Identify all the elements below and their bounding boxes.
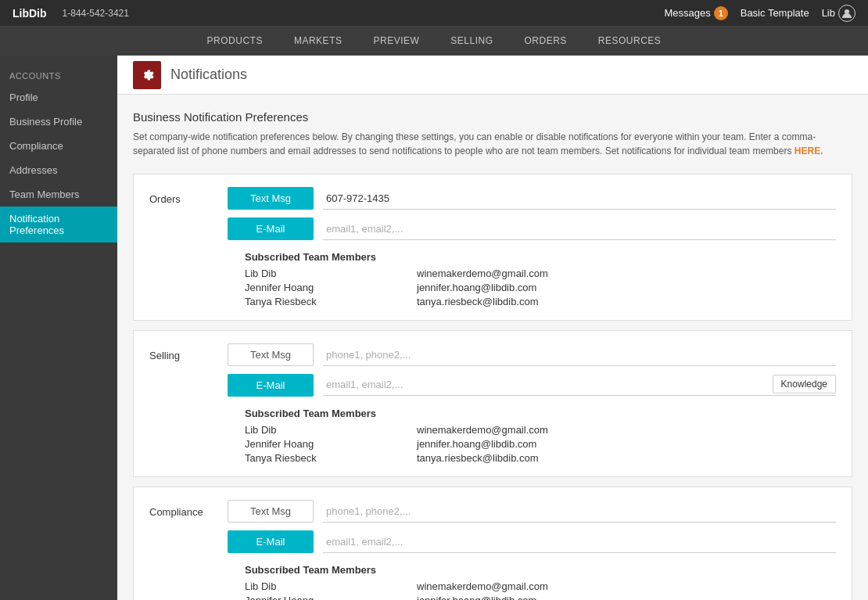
selling-subscribed: Subscribed Team Members Lib Dib winemake… bbox=[245, 408, 836, 464]
messages-badge[interactable]: Messages 1 bbox=[664, 6, 727, 20]
nav-products[interactable]: PRODUCTS bbox=[204, 35, 266, 46]
sidebar-item-addresses[interactable]: Addresses bbox=[0, 158, 117, 182]
compliance-phone-input[interactable] bbox=[323, 501, 836, 523]
content-area: Business Notification Preferences Set co… bbox=[117, 95, 868, 600]
compliance-member-2-email: jennifer.hoang@libdib.com bbox=[417, 595, 836, 600]
selling-phone-input[interactable] bbox=[323, 344, 836, 366]
section-desc: Set company-wide notification preference… bbox=[133, 130, 852, 158]
orders-email-row: E-Mail bbox=[228, 217, 836, 240]
orders-members-grid: Lib Dib winemakerdemo@gmail.com Jennifer… bbox=[245, 268, 836, 307]
selling-member-1-email: winemakerdemo@gmail.com bbox=[417, 424, 836, 436]
compliance-member-2-name: Jennifer Hoang bbox=[245, 595, 401, 600]
nav-preview[interactable]: PREVIEW bbox=[370, 35, 422, 46]
orders-phone-input[interactable] bbox=[323, 188, 836, 210]
compliance-text-row: Text Msg bbox=[228, 500, 836, 523]
sidebar-item-profile[interactable]: Profile bbox=[0, 85, 117, 110]
user-name: Lib bbox=[822, 7, 835, 19]
selling-member-3-name: Tanya Riesbeck bbox=[245, 452, 401, 464]
messages-label: Messages bbox=[664, 7, 710, 19]
compliance-subscribed: Subscribed Team Members Lib Dib winemake… bbox=[245, 564, 836, 600]
nav-selling[interactable]: SELLING bbox=[447, 35, 496, 46]
user-avatar bbox=[838, 5, 855, 22]
compliance-text-msg-button[interactable]: Text Msg bbox=[228, 500, 314, 523]
compliance-card-inner: Compliance Text Msg E-Mail bbox=[149, 500, 836, 561]
nav-bar: PRODUCTS MARKETS PREVIEW SELLING ORDERS … bbox=[0, 26, 868, 56]
nav-markets[interactable]: MARKETS bbox=[291, 35, 346, 46]
compliance-email-input[interactable] bbox=[323, 531, 836, 553]
page-header: Notifications bbox=[117, 56, 868, 95]
orders-fields: Text Msg E-Mail bbox=[228, 187, 836, 248]
nav-orders[interactable]: ORDERS bbox=[522, 35, 570, 46]
top-bar: LibDib 1-844-542-3421 Messages 1 Basic T… bbox=[0, 0, 868, 26]
sidebar-section-label: ACCOUNTS bbox=[0, 62, 117, 85]
selling-label: Selling bbox=[149, 343, 228, 361]
top-bar-left: LibDib 1-844-542-3421 bbox=[13, 7, 129, 20]
user-menu[interactable]: Lib bbox=[822, 5, 855, 22]
selling-subscribed-title: Subscribed Team Members bbox=[245, 408, 836, 419]
orders-subscribed: Subscribed Team Members Lib Dib winemake… bbox=[245, 251, 836, 307]
sidebar-item-business-profile[interactable]: Business Profile bbox=[0, 110, 117, 134]
orders-card-inner: Orders Text Msg E-Mail bbox=[149, 187, 836, 248]
orders-email-button[interactable]: E-Mail bbox=[228, 217, 314, 240]
orders-card: Orders Text Msg E-Mail Subscribed Team M bbox=[133, 174, 852, 321]
layout: ACCOUNTS Profile Business Profile Compli… bbox=[0, 56, 868, 600]
selling-card-inner: Selling Text Msg E-Mail Knowledge bbox=[149, 343, 836, 404]
selling-member-2-email: jennifer.hoang@libdib.com bbox=[417, 438, 836, 450]
compliance-email-button[interactable]: E-Mail bbox=[228, 530, 314, 553]
compliance-card: Compliance Text Msg E-Mail Subscribed Te bbox=[133, 487, 852, 600]
template-name: Basic Template bbox=[741, 7, 809, 19]
selling-member-3-email: tanya.riesbeck@libdib.com bbox=[417, 452, 836, 464]
orders-text-msg-button[interactable]: Text Msg bbox=[228, 187, 314, 210]
selling-email-input-wrap: Knowledge bbox=[323, 375, 836, 396]
selling-card: Selling Text Msg E-Mail Knowledge bbox=[133, 330, 852, 477]
selling-text-row: Text Msg bbox=[228, 343, 836, 366]
phone-number: 1-844-542-3421 bbox=[63, 8, 129, 19]
messages-count: 1 bbox=[714, 6, 728, 20]
gear-icon bbox=[139, 67, 155, 83]
compliance-email-row: E-Mail bbox=[228, 530, 836, 553]
selling-email-row: E-Mail Knowledge bbox=[228, 374, 836, 397]
compliance-label: Compliance bbox=[149, 500, 228, 518]
compliance-member-1-email: winemakerdemo@gmail.com bbox=[417, 580, 836, 592]
nav-resources[interactable]: RESOURCES bbox=[595, 35, 665, 46]
compliance-fields: Text Msg E-Mail bbox=[228, 500, 836, 561]
selling-member-1-name: Lib Dib bbox=[245, 424, 401, 436]
orders-member-1-email: winemakerdemo@gmail.com bbox=[417, 268, 836, 279]
orders-member-3-name: Tanya Riesbeck bbox=[245, 296, 401, 307]
sidebar: ACCOUNTS Profile Business Profile Compli… bbox=[0, 56, 117, 600]
compliance-member-1-name: Lib Dib bbox=[245, 580, 401, 592]
main-content: Notifications Business Notification Pref… bbox=[117, 56, 868, 600]
brand-logo: LibDib bbox=[13, 7, 47, 20]
selling-member-2-name: Jennifer Hoang bbox=[245, 438, 401, 450]
selling-fields: Text Msg E-Mail Knowledge bbox=[228, 343, 836, 404]
orders-email-input[interactable] bbox=[323, 218, 836, 240]
section-title: Business Notification Preferences bbox=[133, 110, 852, 124]
top-bar-right: Messages 1 Basic Template Lib bbox=[664, 5, 855, 22]
selling-members-grid: Lib Dib winemakerdemo@gmail.com Jennifer… bbox=[245, 424, 836, 464]
orders-member-2-email: jennifer.hoang@libdib.com bbox=[417, 282, 836, 293]
compliance-members-grid: Lib Dib winemakerdemo@gmail.com Jennifer… bbox=[245, 580, 836, 600]
gear-icon-box bbox=[133, 61, 161, 89]
orders-text-row: Text Msg bbox=[228, 187, 836, 210]
knowledge-button[interactable]: Knowledge bbox=[773, 375, 836, 393]
here-link[interactable]: HERE. bbox=[794, 146, 823, 156]
sidebar-item-notification-preferences[interactable]: Notification Preferences bbox=[0, 207, 117, 243]
orders-member-3-email: tanya.riesbeck@libdib.com bbox=[417, 296, 836, 307]
selling-email-input[interactable] bbox=[323, 375, 773, 393]
orders-member-1-name: Lib Dib bbox=[245, 268, 401, 279]
compliance-subscribed-title: Subscribed Team Members bbox=[245, 564, 836, 576]
orders-member-2-name: Jennifer Hoang bbox=[245, 282, 401, 293]
sidebar-item-team-members[interactable]: Team Members bbox=[0, 182, 117, 207]
page-title: Notifications bbox=[170, 66, 247, 83]
orders-subscribed-title: Subscribed Team Members bbox=[245, 251, 836, 263]
orders-label: Orders bbox=[149, 187, 228, 205]
selling-text-msg-button[interactable]: Text Msg bbox=[228, 343, 314, 366]
sidebar-item-compliance[interactable]: Compliance bbox=[0, 134, 117, 158]
selling-email-button[interactable]: E-Mail bbox=[228, 374, 314, 397]
